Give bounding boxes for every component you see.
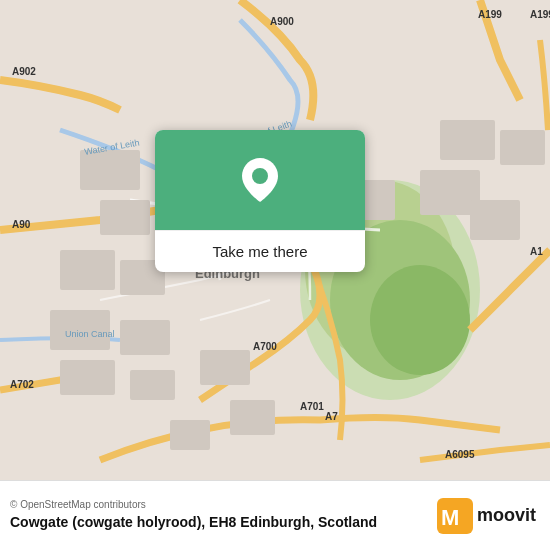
svg-text:A900: A900	[270, 16, 294, 27]
svg-text:A7: A7	[325, 411, 338, 422]
take-me-there-button[interactable]: Take me there	[171, 241, 349, 262]
svg-rect-18	[470, 200, 520, 240]
location-pin-icon	[242, 158, 278, 202]
svg-text:A90: A90	[12, 219, 31, 230]
svg-text:A902: A902	[12, 66, 36, 77]
location-name: Cowgate (cowgate holyrood), EH8 Edinburg…	[10, 513, 427, 531]
svg-text:A6095: A6095	[445, 449, 475, 460]
svg-text:Union Canal: Union Canal	[65, 329, 115, 339]
svg-rect-10	[120, 320, 170, 355]
card-button-area: Take me there	[155, 230, 365, 272]
location-card: Take me there	[155, 130, 365, 272]
svg-point-36	[252, 168, 268, 184]
svg-point-4	[370, 265, 470, 375]
svg-text:A701: A701	[300, 401, 324, 412]
svg-text:A199: A199	[530, 9, 550, 20]
svg-rect-7	[60, 250, 115, 290]
svg-text:A702: A702	[10, 379, 34, 390]
moovit-text: moovit	[477, 505, 536, 526]
svg-rect-11	[60, 360, 115, 395]
svg-rect-19	[440, 120, 495, 160]
info-text-block: © OpenStreetMap contributors Cowgate (co…	[10, 499, 427, 531]
map-container: A902 A90 A900 A199 A199 A1 A700 A7 A701 …	[0, 0, 550, 480]
moovit-logo: M moovit	[437, 498, 536, 534]
moovit-icon: M	[437, 498, 473, 534]
svg-rect-12	[130, 370, 175, 400]
info-bar: © OpenStreetMap contributors Cowgate (co…	[0, 480, 550, 550]
svg-rect-14	[230, 400, 275, 435]
svg-rect-6	[100, 200, 150, 235]
svg-rect-15	[170, 420, 210, 450]
svg-rect-13	[200, 350, 250, 385]
svg-text:M: M	[441, 505, 459, 530]
osm-credit: © OpenStreetMap contributors	[10, 499, 427, 510]
svg-text:A199: A199	[478, 9, 502, 20]
svg-text:A1: A1	[530, 246, 543, 257]
card-map-area	[155, 130, 365, 230]
svg-text:A700: A700	[253, 341, 277, 352]
svg-rect-20	[500, 130, 545, 165]
